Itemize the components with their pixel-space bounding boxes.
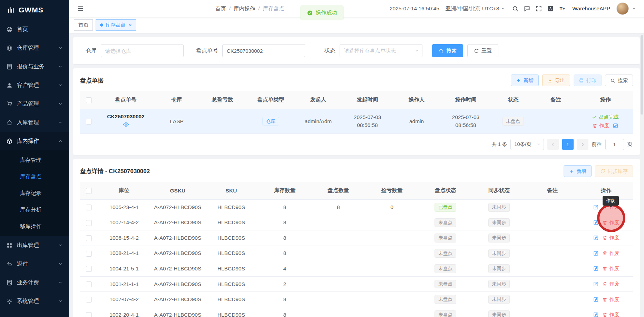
column-header: 操作人: [394, 91, 439, 109]
message-icon[interactable]: [523, 4, 531, 13]
void-button[interactable]: 作废: [602, 281, 619, 287]
sidebar-subitem-stock-records[interactable]: 库存记录: [0, 185, 69, 201]
row-checkbox[interactable]: [86, 220, 92, 226]
edit-icon[interactable]: [593, 312, 599, 317]
row-checkbox[interactable]: [86, 312, 92, 317]
sidebar-item-label: 产品管理: [17, 100, 39, 108]
row-checkbox[interactable]: [86, 281, 92, 287]
sidebar-item-customer-mgmt[interactable]: 客户管理: [0, 76, 69, 95]
row-checkbox[interactable]: [86, 235, 92, 241]
sidebar-subitem-stock-mgmt[interactable]: 库存管理: [0, 152, 69, 168]
row-checkbox[interactable]: [86, 297, 92, 303]
edit-icon[interactable]: [593, 220, 599, 226]
sidebar-item-inwarehouse-ops[interactable]: 库内操作: [0, 132, 69, 150]
select-all-checkbox[interactable]: [86, 188, 92, 194]
table-row[interactable]: 1006-15-4-2A-A072-HLBCD90SHLBCD90S8未盘点未同…: [80, 230, 633, 246]
font-size-icon[interactable]: TT: [558, 4, 567, 13]
sidebar-item-home[interactable]: 首页: [0, 20, 69, 39]
search-icon[interactable]: [511, 4, 520, 13]
sidebar-subitem-stock-count[interactable]: 库存盘点: [0, 168, 69, 185]
timezone-select[interactable]: 亚洲/中国/北京 UTC+8: [446, 5, 505, 12]
edit-icon[interactable]: [593, 266, 599, 271]
table-row[interactable]: 1007-14-4-2A-A072-HLBCD90SHLBCD90S8未盘点未同…: [80, 215, 633, 230]
view-icon[interactable]: [123, 121, 129, 128]
breadcrumb-item-operations[interactable]: 库内操作: [234, 5, 255, 12]
row-checkbox[interactable]: [86, 205, 92, 210]
sidebar-item-outbound-mgmt[interactable]: 出库管理: [0, 236, 69, 255]
sync-status-badge: 未同步: [488, 249, 510, 258]
sync-status-badge: 未同步: [488, 203, 510, 212]
sidebar-item-system-mgmt[interactable]: 系统管理: [0, 292, 69, 310]
sync-status-badge: 未同步: [488, 280, 510, 289]
void-button[interactable]: 作废: [602, 265, 619, 272]
table-row[interactable]: 1004-21-5-1A-A072-HLBCD90SHLBCD90S4未盘点未同…: [80, 261, 633, 277]
void-button[interactable]: 作废: [602, 250, 619, 257]
edit-icon[interactable]: [593, 297, 599, 303]
translate-icon[interactable]: A: [546, 4, 555, 13]
search-button[interactable]: 搜索: [432, 44, 463, 57]
row-checkbox[interactable]: [86, 119, 92, 125]
table-row[interactable]: 1001-21-1-1A-A072-HLBCD90SHLBCD90S2未盘点未同…: [80, 276, 633, 292]
page-1-button[interactable]: 1: [562, 139, 574, 150]
void-button[interactable]: 作废: [592, 122, 609, 129]
page-size-select[interactable]: 10条/页: [510, 139, 544, 150]
order-no-input[interactable]: [222, 44, 305, 57]
status-label: 状态: [324, 47, 335, 55]
edit-icon[interactable]: [593, 250, 599, 256]
column-header: 总盈亏数: [199, 91, 246, 109]
sync-stock-button[interactable]: 同步库存: [595, 165, 633, 177]
breadcrumb-item-home[interactable]: 首页: [215, 5, 226, 12]
reset-button[interactable]: 重置: [467, 44, 498, 57]
tab-home[interactable]: 首页: [74, 19, 93, 31]
sidebar-item-warehouse-mgmt[interactable]: 仓库管理: [0, 39, 69, 57]
table-row[interactable]: 1005-23-4-1A-A072-HLBCD90SHLBCD90S880已盘点…: [80, 200, 633, 215]
next-page-button[interactable]: [577, 139, 588, 150]
edit-icon[interactable]: [613, 123, 618, 129]
close-icon[interactable]: ×: [129, 22, 132, 28]
table-row[interactable]: 1007-07-4-2A-A072-HLBCD90SHLBCD90S8未盘点未同…: [80, 292, 633, 307]
sidebar-subitem-relocation[interactable]: 移库操作: [0, 218, 69, 235]
sidebar-item-billing[interactable]: 业务计费: [0, 273, 69, 292]
edit-icon[interactable]: [593, 204, 599, 210]
sidebar-subitem-stock-analysis[interactable]: 库存分析: [0, 201, 69, 218]
void-button[interactable]: 作废: [602, 311, 619, 317]
export-button[interactable]: 导出: [542, 75, 570, 86]
edit-icon[interactable]: [593, 235, 599, 241]
void-button[interactable]: 作废: [602, 235, 619, 241]
void-button[interactable]: 作废: [602, 296, 619, 303]
select-all-checkbox[interactable]: [86, 97, 92, 103]
sidebar: GWMS 首页仓库管理报价与业务客户管理产品管理入库管理库内操作库存管理库存盘点…: [0, 0, 69, 317]
table-row[interactable]: 1002-20-4-1A-A072-HLBCD90SHLBCD90S8未盘点未同…: [80, 307, 633, 317]
column-header: 库存数量: [258, 182, 312, 200]
table-row[interactable]: 1008-21-4-1A-A072-HLBCD90SHLBCD90S8未盘点未同…: [80, 246, 633, 261]
sidebar-item-product-mgmt[interactable]: 产品管理: [0, 95, 69, 113]
edit-icon[interactable]: [593, 281, 599, 287]
tab-stock-count[interactable]: 库存盘点×: [96, 19, 136, 31]
goto-page-input[interactable]: [605, 139, 624, 150]
add-detail-button[interactable]: 新增: [564, 165, 592, 177]
status-select[interactable]: 请选择库存盘点单状态: [340, 44, 422, 57]
row-checkbox[interactable]: [86, 266, 92, 272]
topbar-right: 2025-07-14 16:50:45 亚洲/中国/北京 UTC+8: [390, 2, 636, 15]
avatar[interactable]: [616, 2, 629, 15]
add-document-button[interactable]: 新增: [511, 75, 539, 86]
table-search-button[interactable]: 搜索: [605, 75, 633, 86]
hamburger-icon[interactable]: [77, 5, 84, 12]
complete-count-button[interactable]: 盘点完成: [592, 114, 619, 120]
logo[interactable]: GWMS: [0, 0, 69, 20]
chevron-down-icon[interactable]: [632, 6, 636, 11]
column-header: 同步状态: [472, 182, 526, 200]
cart-icon: [6, 101, 13, 107]
table-row[interactable]: CK2507030002 LASP 仓库 admin/Adm 2025-07-0…: [80, 109, 633, 134]
sidebar-item-inbound-mgmt[interactable]: 入库管理: [0, 113, 69, 132]
sidebar-item-returns[interactable]: 退件: [0, 255, 69, 273]
print-button[interactable]: 打印: [574, 75, 602, 86]
row-checkbox[interactable]: [86, 251, 92, 257]
prev-page-button[interactable]: [547, 139, 559, 150]
fullscreen-icon[interactable]: [534, 4, 543, 13]
location-cell: 1005-23-4-1: [97, 200, 151, 215]
void-button[interactable]: 作废: [602, 219, 619, 226]
remark-cell: [526, 215, 579, 230]
sidebar-item-quote-business[interactable]: 报价与业务: [0, 57, 69, 76]
warehouse-select-input[interactable]: [101, 44, 184, 57]
